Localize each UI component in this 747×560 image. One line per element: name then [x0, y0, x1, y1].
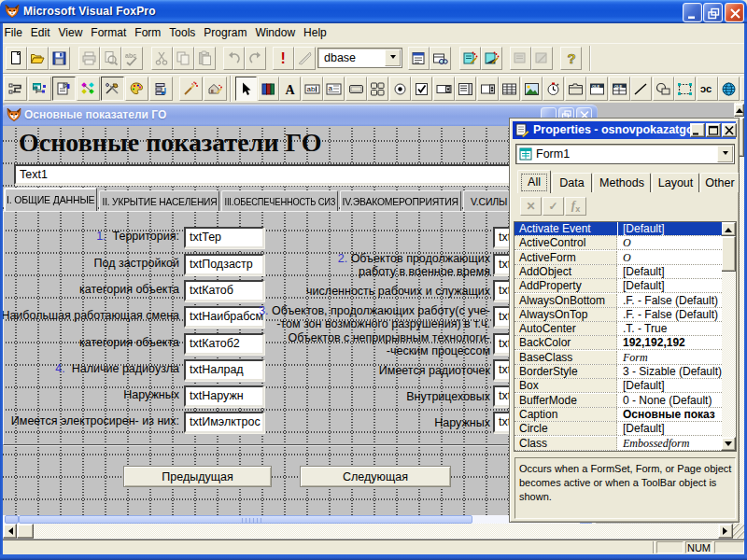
- copy-button[interactable]: [173, 47, 194, 70]
- designer-vscroll-up-button[interactable]: [734, 104, 744, 117]
- report-wizard-button[interactable]: [481, 47, 502, 70]
- data-environment-button[interactable]: [28, 77, 51, 101]
- form-xp-hscrollbar[interactable]: [3, 515, 596, 524]
- container-button[interactable]: [674, 77, 696, 101]
- database-combo[interactable]: dbase: [317, 48, 402, 68]
- component-gallery-button[interactable]: [531, 47, 553, 70]
- shape-button[interactable]: [653, 77, 674, 101]
- modify-form-button[interactable]: [294, 47, 316, 70]
- open-button[interactable]: [27, 47, 49, 70]
- grid-scroll-up-button[interactable]: [721, 222, 736, 236]
- form-xp-scroll-left-button[interactable]: [5, 515, 19, 524]
- select-objects-button[interactable]: [235, 77, 257, 101]
- property-row-baseclass[interactable]: BaseClassForm: [514, 351, 722, 365]
- menu-format[interactable]: Format: [87, 24, 131, 42]
- menu-file[interactable]: File: [0, 24, 26, 42]
- help-button[interactable]: ?: [560, 47, 582, 70]
- new-button[interactable]: [6, 47, 27, 70]
- spinner-button[interactable]: [477, 77, 499, 101]
- auto-format-button[interactable]: [204, 77, 227, 101]
- combo-box-button[interactable]: [433, 77, 455, 101]
- redo-button[interactable]: [245, 47, 266, 70]
- form-design-canvas[interactable]: Основные показатели ГО Text1 I. ОБЩИЕ ДА…: [3, 126, 596, 515]
- activex-control-button[interactable]: OLE: [586, 77, 608, 101]
- property-cancel-button[interactable]: ✕: [520, 197, 542, 216]
- properties-tab-layout[interactable]: Layout: [652, 173, 699, 192]
- command-button-button[interactable]: [345, 77, 367, 101]
- property-expression-button[interactable]: fx: [565, 197, 586, 216]
- main-titlebar[interactable]: Microsoft Visual FoxPro: [0, 0, 747, 23]
- form-tab-4[interactable]: IV.ЭВАКОМЕРОПРИЯТИЯ: [340, 190, 461, 211]
- property-row-box[interactable]: Box[Default]: [514, 379, 722, 393]
- cut-button[interactable]: [151, 47, 173, 70]
- label-button[interactable]: A: [279, 77, 301, 101]
- grid-scroll-thumb[interactable]: [721, 236, 736, 272]
- properties-tab-other[interactable]: Other: [700, 173, 740, 192]
- edit-box-button[interactable]: a: [323, 77, 345, 101]
- minimize-button[interactable]: [683, 3, 702, 22]
- properties-minimize-button[interactable]: [690, 123, 705, 137]
- run-button[interactable]: !: [273, 47, 294, 70]
- set-tab-order-button[interactable]: [4, 77, 27, 101]
- class-browser-button[interactable]: [510, 47, 531, 70]
- textbox-txtТер[interactable]: txtТер: [184, 227, 264, 248]
- designer-hscroll-right-button[interactable]: [718, 524, 733, 539]
- menu-window[interactable]: Window: [251, 24, 300, 42]
- grid-button[interactable]: [499, 77, 520, 101]
- property-row-backcolor[interactable]: BackColor192,192,192: [514, 336, 722, 350]
- command-window-button[interactable]: [408, 47, 430, 70]
- menu-form[interactable]: Form: [131, 24, 165, 42]
- menu-program[interactable]: Program: [200, 24, 251, 42]
- close-button[interactable]: [725, 3, 744, 22]
- designer-hscroll-thumb[interactable]: [17, 524, 34, 539]
- next-button[interactable]: Следующая: [300, 466, 451, 487]
- property-row-alwaysontop[interactable]: AlwaysOnTop.F. - False (Default): [514, 308, 722, 322]
- menu-help[interactable]: Help: [300, 24, 331, 42]
- image-button[interactable]: [521, 77, 543, 101]
- spelling-button[interactable]: abc: [121, 47, 143, 70]
- text-box-button[interactable]: ab: [302, 77, 323, 101]
- property-accept-button[interactable]: ✓: [543, 197, 564, 216]
- page-frame-button[interactable]: [565, 77, 586, 101]
- form-tab-3[interactable]: III.ОБЕСПЕЧЕННОСТЬ СИЗ: [221, 190, 338, 211]
- print-preview-button[interactable]: [100, 47, 121, 70]
- color-palette-button[interactable]: [125, 77, 148, 101]
- form-tab-1[interactable]: I. ОБЩИЕ ДАННЫЕ: [4, 188, 97, 211]
- activex-bound-control-button[interactable]: OLE: [609, 77, 630, 101]
- resize-grip[interactable]: [733, 524, 744, 539]
- menu-edit[interactable]: Edit: [26, 24, 54, 42]
- menu-view[interactable]: View: [54, 24, 87, 42]
- properties-tab-all[interactable]: All: [517, 170, 551, 193]
- paste-button[interactable]: [194, 47, 216, 70]
- check-box-button[interactable]: [411, 77, 432, 101]
- database-combo-dropdown-button[interactable]: [385, 49, 401, 66]
- form-builder-button[interactable]: [179, 77, 203, 101]
- property-row-addobject[interactable]: AddObject[Default]: [514, 265, 722, 279]
- property-row-activeform[interactable]: ActiveFormO: [514, 251, 722, 265]
- restore-button[interactable]: [703, 3, 723, 22]
- properties-maximize-button[interactable]: [706, 123, 721, 137]
- properties-close-button[interactable]: [722, 123, 737, 137]
- undo-button[interactable]: [223, 47, 245, 70]
- property-row-autocenter[interactable]: AutoCenter.T. - True: [514, 322, 722, 336]
- property-row-caption[interactable]: CaptionОсновные показ: [514, 408, 722, 422]
- previous-button[interactable]: Предыдущая: [123, 466, 272, 487]
- list-box-button[interactable]: [455, 77, 476, 101]
- timer-button[interactable]: [543, 77, 564, 101]
- print-button[interactable]: [78, 47, 100, 70]
- option-group-button[interactable]: [389, 77, 411, 101]
- property-row-addproperty[interactable]: AddProperty[Default]: [514, 279, 722, 293]
- designer-hscrollbar[interactable]: [3, 524, 733, 539]
- menu-tools[interactable]: Tools: [165, 24, 200, 42]
- save-button[interactable]: [49, 47, 70, 70]
- hyperlink-button[interactable]: [718, 77, 740, 101]
- grid-scroll-down-button[interactable]: [721, 437, 736, 451]
- properties-tab-data[interactable]: Data: [552, 173, 592, 192]
- property-row-alwaysonbottom[interactable]: AlwaysOnBottom.F. - False (Default): [514, 294, 722, 308]
- property-row-borderstyle[interactable]: BorderStyle3 - Sizable (Default): [514, 365, 722, 379]
- form-tab-2[interactable]: II. УКРЫТИЕ НАСЕЛЕНИЯ: [99, 190, 219, 211]
- object-selector-combo[interactable]: Form1: [515, 144, 735, 164]
- form-wizard-button[interactable]: [459, 47, 481, 70]
- separator-button[interactable]: ɔc: [697, 77, 718, 101]
- designer-hscroll-left-button[interactable]: [3, 524, 17, 539]
